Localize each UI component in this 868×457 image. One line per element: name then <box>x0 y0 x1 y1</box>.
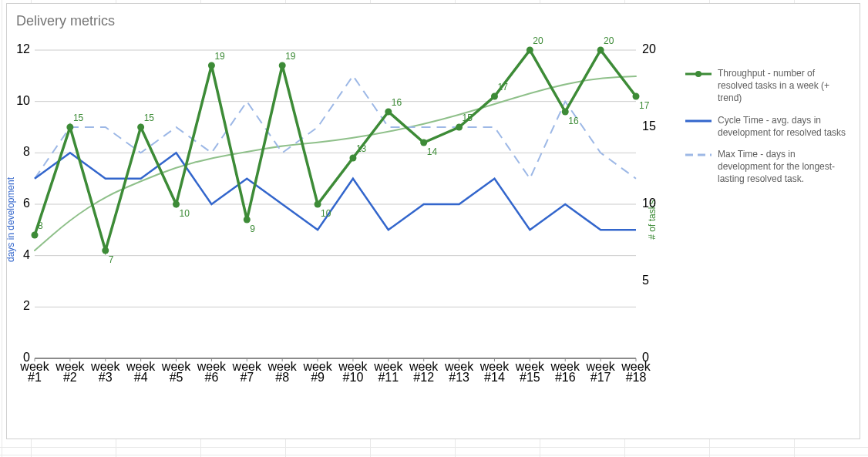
left-axis-label: days in development <box>5 50 16 389</box>
category-label: #4 <box>134 371 148 384</box>
right-tick-label: 15 <box>642 119 656 133</box>
throughput-point <box>491 93 498 100</box>
category-label: #5 <box>170 371 183 384</box>
throughput-point <box>349 155 356 162</box>
category-label: #3 <box>99 371 113 384</box>
right-tick-label: 20 <box>642 42 656 55</box>
left-tick-label: 8 <box>23 145 30 158</box>
category-label: #15 <box>520 371 540 384</box>
category-label: #6 <box>205 371 219 384</box>
throughput-point <box>102 247 109 254</box>
throughput-data-label: 8 <box>38 220 43 231</box>
throughput-point <box>208 62 215 69</box>
throughput-point <box>597 47 604 54</box>
throughput-point <box>32 232 39 239</box>
throughput-line <box>35 50 636 250</box>
category-label: #10 <box>343 371 364 384</box>
throughput-point <box>456 124 463 131</box>
throughput-data-label: 17 <box>497 82 508 92</box>
max-time-line <box>35 76 636 178</box>
left-tick-label: 6 <box>23 197 30 210</box>
category-label: #9 <box>311 371 325 384</box>
throughput-data-label: 20 <box>604 35 614 46</box>
category-label: #17 <box>590 371 611 384</box>
cycle-time-line <box>35 153 636 230</box>
throughput-point <box>173 201 180 208</box>
throughput-point <box>633 93 640 100</box>
throughput-point <box>137 124 144 131</box>
legend-item-cycle[interactable]: Cycle Time - avg. days in development fo… <box>685 114 847 139</box>
category-label: #14 <box>484 371 505 384</box>
category-label: #1 <box>28 371 42 384</box>
throughput-data-label: 20 <box>533 35 543 46</box>
throughput-data-label: 9 <box>250 223 255 234</box>
legend-swatch-cycle <box>685 115 712 127</box>
throughput-point <box>279 62 286 69</box>
legend-item-throughput[interactable]: Throughput - number of resolved tasks in… <box>685 67 847 105</box>
right-tick-label: 5 <box>642 274 649 287</box>
throughput-point <box>244 217 251 223</box>
throughput-data-label: 10 <box>321 208 331 219</box>
category-label: #12 <box>413 371 434 384</box>
category-label: #8 <box>275 371 289 384</box>
throughput-point <box>420 139 427 146</box>
throughput-point <box>66 124 73 131</box>
chart-card[interactable]: Delivery metrics days in development # o… <box>6 3 860 439</box>
legend-label-throughput: Throughput - number of resolved tasks in… <box>718 67 847 105</box>
throughput-point <box>562 109 569 116</box>
category-label: #13 <box>449 371 469 384</box>
svg-point-27 <box>695 71 701 77</box>
legend: Throughput - number of resolved tasks in… <box>685 67 847 195</box>
category-label: #7 <box>240 371 254 384</box>
legend-swatch-throughput <box>685 68 712 80</box>
right-tick-label: 10 <box>642 197 656 210</box>
left-tick-label: 2 <box>23 299 30 312</box>
throughput-data-label: 17 <box>639 100 650 111</box>
left-tick-label: 12 <box>16 42 30 55</box>
throughput-data-label: 19 <box>285 51 296 62</box>
throughput-data-label: 19 <box>214 51 225 62</box>
left-tick-label: 10 <box>16 94 30 107</box>
throughput-point <box>315 201 321 208</box>
throughput-data-label: 15 <box>73 113 84 123</box>
throughput-data-label: 15 <box>144 113 155 123</box>
throughput-point <box>527 47 533 54</box>
plot-area: 02468101205101520week#1week#2week#3week#… <box>35 50 636 389</box>
throughput-data-label: 7 <box>109 254 114 265</box>
throughput-point <box>385 109 392 116</box>
throughput-data-label: 14 <box>427 146 438 157</box>
legend-label-max: Max Time - days in development for the l… <box>718 148 847 186</box>
throughput-data-label: 10 <box>180 208 190 219</box>
left-tick-label: 4 <box>23 248 30 261</box>
trend-line <box>35 76 636 250</box>
throughput-data-label: 13 <box>356 143 367 154</box>
category-label: #2 <box>63 371 77 384</box>
throughput-data-label: 16 <box>392 97 402 108</box>
category-label: #11 <box>378 371 399 384</box>
category-label: #16 <box>555 371 576 384</box>
legend-swatch-max <box>685 149 712 161</box>
legend-label-cycle: Cycle Time - avg. days in development fo… <box>718 114 847 139</box>
legend-item-max[interactable]: Max Time - days in development for the l… <box>685 148 847 186</box>
chart-title: Delivery metrics <box>16 13 115 29</box>
category-label: #18 <box>626 371 647 384</box>
chart-svg: 02468101205101520week#1week#2week#3week#… <box>35 50 636 420</box>
throughput-data-label: 15 <box>463 113 473 123</box>
throughput-data-label: 16 <box>568 116 579 126</box>
